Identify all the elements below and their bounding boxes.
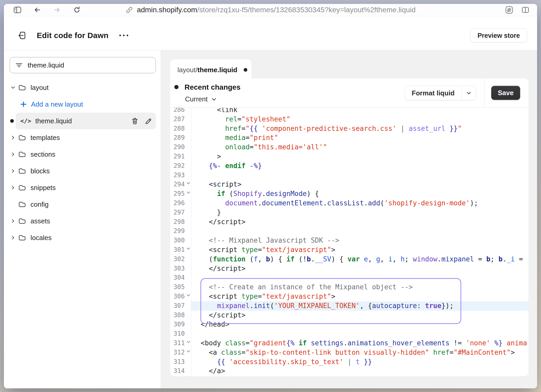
line-number: 305 [174,283,185,292]
code-line-293: 293 [170,171,528,180]
fold-toggle-icon[interactable] [186,340,191,344]
folder-icon [18,83,26,92]
format-options-chevron[interactable] [462,86,476,100]
sidebar-item-sections[interactable]: sections [4,146,161,163]
back-icon[interactable] [33,6,41,14]
code-line-295: 295 if (Shopify.designMode) { [170,189,528,199]
code-line-content[interactable]: {%- endif -%} [191,161,528,171]
code-line-content[interactable] [191,226,528,236]
line-number: 303 [174,264,185,273]
gutter-divider [191,108,191,376]
code-line-content[interactable]: </script> [191,217,528,227]
save-button[interactable]: Save [491,86,520,100]
line-number: 306 [174,292,185,301]
code-lines: 286 <link287 rel="stylesheet"288 href="{… [170,108,528,376]
code-line-content[interactable]: </script> [191,311,528,320]
code-line-content[interactable]: onload="this.media='all'" [191,143,528,152]
extensions-icon[interactable] [505,5,514,14]
folder-label: layout [30,84,48,92]
code-line-content[interactable]: <script> [191,180,528,189]
code-line-content[interactable] [191,329,528,339]
code-line-content[interactable]: <script type="text/javascript"> [191,245,528,255]
current-file-dot [10,119,14,123]
code-file-icon: </> [20,118,31,124]
fold-toggle-icon[interactable] [186,349,191,354]
line-number: 286 [174,108,185,115]
file-item-theme-liquid[interactable]: </> theme.liquid [16,113,156,129]
folder-icon [18,183,26,192]
sidebar-item-assets[interactable]: assets [4,213,161,229]
version-selector[interactable]: Current [185,95,217,103]
line-number: 313 [174,357,185,367]
sidebar-item-layout[interactable]: layout [4,79,161,96]
reload-icon[interactable] [73,6,81,14]
file-label: theme.liquid [35,117,72,125]
fold-toggle-icon[interactable] [186,181,191,186]
code-line-content[interactable]: media="print" [191,133,528,143]
line-number: 312 [174,348,185,357]
recent-changes-title: Recent changes [185,83,241,91]
sidebar-item-snippets[interactable]: snippets [4,179,161,196]
file-filter-input[interactable] [27,61,143,70]
code-line-content[interactable]: rel="stylesheet" [191,115,528,124]
forward-icon[interactable] [53,6,61,14]
fold-toggle-icon[interactable] [186,293,191,298]
code-line-292: 292 {%- endif -%} [170,161,528,171]
code-line-content[interactable]: </a> [191,366,528,376]
folder-label: sections [30,150,55,158]
code-line-291: 291 > [170,152,528,161]
file-filter-box[interactable] [10,57,156,73]
code-line-296: 296 document.documentElement.classList.a… [170,199,528,208]
chevron-right-icon [10,218,16,224]
address-bar[interactable]: admin.shopify.com/store/rzq1xu-f5/themes… [125,4,416,16]
code-editor[interactable]: 286 <link287 rel="stylesheet"288 href="{… [170,108,528,376]
sidebar-item-locales[interactable]: locales [4,229,161,246]
folder-label: locales [30,234,52,242]
code-line-content[interactable]: if (Shopify.designMode) { [191,189,528,199]
code-line-content[interactable]: </head> [191,320,528,329]
code-line-content[interactable]: <script type="text/javascript"> [191,292,528,301]
exit-icon[interactable] [17,30,27,40]
fold-toggle-icon[interactable] [186,190,191,195]
sidebar-toggle-icon[interactable] [13,6,22,14]
code-line-288: 288 href="{{ 'component-predictive-searc… [170,124,528,133]
tab-theme-liquid[interactable]: layout/theme.liquid [170,59,251,80]
sidebar-item-templates[interactable]: templates [4,129,161,146]
code-line-content[interactable]: > [191,152,528,161]
rename-icon[interactable] [144,117,152,125]
code-line-content[interactable]: <!-- Create an instance of the Mixpanel … [191,283,528,292]
folder-label: assets [30,217,50,225]
code-line-content[interactable]: href="{{ 'component-predictive-search.cs… [191,124,528,133]
code-line-content[interactable]: document.documentElement.classList.add('… [191,199,528,208]
editor-header: Recent changes Current Format liquid [170,78,528,108]
action-add-a-new-layout[interactable]: Add a new layout [4,96,161,113]
split-view-icon[interactable] [521,5,530,14]
more-actions-button[interactable] [118,32,130,39]
code-line-289: 289 media="print" [170,133,528,143]
format-liquid-button[interactable]: Format liquid [405,86,476,100]
line-number: 294 [174,180,185,189]
editor-card: Recent changes Current Format liquid [170,78,528,376]
line-number: 295 [174,189,185,199]
code-line-content[interactable]: <!-- Mixpanel Javascript SDK --> [191,236,528,245]
code-line-content[interactable] [191,171,528,180]
preview-store-button[interactable]: Preview store [470,28,527,42]
code-line-content[interactable]: <a class="skip-to-content-link button vi… [191,348,528,357]
code-line-content[interactable] [191,273,528,283]
browser-toolbar: admin.shopify.com/store/rzq1xu-f5/themes… [4,4,537,16]
delete-icon[interactable] [131,117,139,125]
tab-label: layout/theme.liquid [177,66,237,74]
code-line-content[interactable]: <body class="gradient{% if settings.anim… [191,339,528,348]
code-line-content[interactable]: </script> [191,264,528,273]
sidebar-item-blocks[interactable]: blocks [4,163,161,179]
fold-toggle-icon[interactable] [186,246,191,251]
code-line-content[interactable]: } [191,208,528,217]
code-line-content[interactable]: mixpanel.init('YOUR_MIXPANEL_TOKEN', {au… [191,301,528,311]
sidebar-item-config[interactable]: config [4,196,161,213]
code-line-297: 297 } [170,208,528,217]
folder-icon [18,217,26,225]
code-line-content[interactable]: (function (f, b) { if (!b.__SV) { var e,… [191,255,528,264]
code-line-content[interactable]: {{ 'accessibility.skip_to_text' | t }} [191,357,528,367]
code-line-content[interactable]: <link [191,108,528,115]
chevron-down-icon [466,90,472,96]
